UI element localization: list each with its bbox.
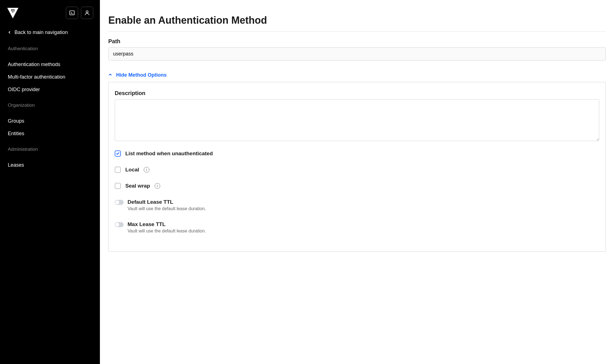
terminal-button[interactable] bbox=[66, 7, 78, 19]
toggle-content: Default Lease TTL Vault will use the def… bbox=[128, 199, 206, 211]
toggle-label: Max Lease TTL bbox=[128, 221, 206, 227]
toggle-content: Max Lease TTL Vault will use the default… bbox=[128, 221, 206, 234]
checkbox-row-list-unauth: List method when unauthenticated bbox=[115, 151, 599, 157]
user-button[interactable] bbox=[81, 7, 93, 19]
vault-logo bbox=[7, 7, 19, 19]
chevron-left-icon bbox=[8, 30, 11, 35]
svg-rect-7 bbox=[70, 11, 75, 15]
sidebar-item-auth-methods[interactable]: Authentication methods bbox=[0, 58, 100, 71]
sidebar-section-authentication: Authentication bbox=[0, 39, 100, 58]
sidebar-item-mfa[interactable]: Multi-factor authentication bbox=[0, 71, 100, 83]
sidebar-section-organization: Organization bbox=[0, 96, 100, 115]
checkbox-label: List method when unauthenticated bbox=[125, 151, 213, 157]
top-icons bbox=[66, 7, 93, 19]
sidebar-item-oidc[interactable]: OIDC provider bbox=[0, 83, 100, 96]
toggle-default-ttl[interactable] bbox=[115, 200, 124, 205]
main-content: Enable an Authentication Method Path Hid… bbox=[100, 0, 614, 364]
checkbox-local[interactable] bbox=[115, 167, 121, 173]
info-icon[interactable]: i bbox=[144, 167, 149, 173]
toggle-row-max-ttl: Max Lease TTL Vault will use the default… bbox=[115, 221, 599, 234]
back-nav[interactable]: Back to main navigation bbox=[0, 26, 100, 39]
checkbox-row-local: Local i bbox=[115, 167, 599, 173]
checkbox-seal-wrap[interactable] bbox=[115, 183, 121, 189]
page-title: Enable an Authentication Method bbox=[108, 14, 606, 31]
svg-rect-4 bbox=[13, 11, 13, 11]
svg-rect-6 bbox=[13, 12, 13, 13]
sidebar-item-entities[interactable]: Entities bbox=[0, 127, 100, 140]
path-label: Path bbox=[108, 38, 606, 45]
svg-rect-0 bbox=[11, 9, 12, 10]
sidebar-top bbox=[0, 7, 100, 26]
method-options-toggle-label: Hide Method Options bbox=[116, 72, 167, 78]
checkbox-label: Seal wrap bbox=[125, 183, 150, 189]
chevron-up-icon bbox=[108, 72, 112, 78]
toggle-row-default-ttl: Default Lease TTL Vault will use the def… bbox=[115, 199, 599, 211]
toggle-hint: Vault will use the default lease duratio… bbox=[128, 206, 206, 211]
back-nav-label: Back to main navigation bbox=[15, 30, 68, 35]
toggle-hint: Vault will use the default lease duratio… bbox=[128, 229, 206, 234]
info-icon[interactable]: i bbox=[155, 183, 160, 189]
checkbox-row-seal-wrap: Seal wrap i bbox=[115, 183, 599, 189]
sidebar-item-groups[interactable]: Groups bbox=[0, 115, 100, 127]
description-textarea[interactable] bbox=[115, 99, 599, 141]
checkbox-list-unauth[interactable] bbox=[115, 151, 121, 157]
svg-rect-1 bbox=[13, 9, 13, 10]
description-label: Description bbox=[115, 90, 599, 96]
svg-rect-5 bbox=[14, 11, 15, 11]
sidebar-item-leases[interactable]: Leases bbox=[0, 159, 100, 171]
toggle-label: Default Lease TTL bbox=[128, 199, 206, 205]
section-title: Administration bbox=[8, 147, 92, 152]
toggle-max-ttl[interactable] bbox=[115, 222, 124, 227]
checkbox-label: Local bbox=[125, 167, 139, 173]
svg-rect-3 bbox=[11, 11, 12, 11]
svg-point-8 bbox=[86, 11, 88, 13]
sidebar: Back to main navigation Authentication A… bbox=[0, 0, 100, 364]
section-title: Organization bbox=[8, 103, 92, 108]
method-options-box: Description List method when unauthentic… bbox=[108, 82, 606, 252]
svg-rect-2 bbox=[14, 9, 15, 10]
path-input[interactable] bbox=[108, 47, 606, 60]
section-title: Authentication bbox=[8, 46, 92, 52]
sidebar-section-administration: Administration bbox=[0, 140, 100, 159]
method-options-toggle[interactable]: Hide Method Options bbox=[108, 72, 606, 78]
